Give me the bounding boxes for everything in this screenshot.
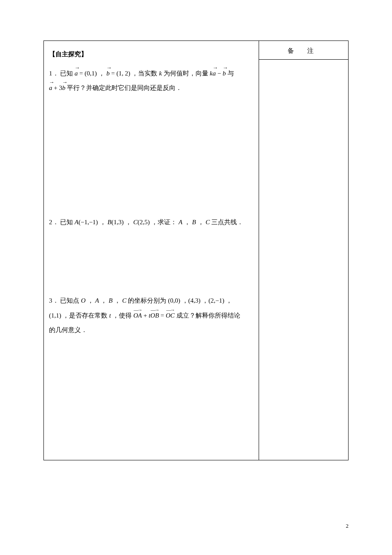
problem-number: 2．: [49, 219, 59, 225]
section-title: 【自主探究】: [49, 47, 252, 62]
sep: ，: [87, 297, 95, 304]
text: + 3: [54, 84, 62, 91]
sep: ，: [114, 297, 122, 304]
notes-column: 备 注: [259, 41, 348, 460]
var-k: k: [159, 70, 162, 77]
vector-b: →b: [62, 81, 66, 95]
var-C: C: [205, 219, 210, 225]
var-B: B: [192, 219, 196, 225]
text: 三点共线．: [211, 219, 243, 225]
var-A: A: [179, 219, 182, 225]
sep: ，: [198, 219, 206, 225]
main-content-column: 【自主探究】 1． 已知 →a = (0,1) ， →b = (1, 2) ，当…: [44, 41, 259, 460]
text: ，使得: [112, 312, 133, 319]
vector-b: →b: [222, 66, 226, 81]
vector-OA: —→OA: [133, 308, 142, 323]
vector-a: →a: [49, 81, 52, 95]
coords: (1,3) ，: [112, 219, 133, 225]
var-C: C: [133, 219, 138, 225]
vector-b: →b: [107, 66, 110, 81]
notes-body: [259, 60, 348, 460]
page-number: 2: [346, 523, 349, 529]
var-B: B: [107, 219, 111, 225]
vector-a: →a: [213, 66, 216, 81]
var-A: A: [75, 219, 78, 225]
vector-a: →a: [75, 66, 78, 81]
var-B: B: [109, 297, 112, 304]
text: 成立？解释你所得结论: [176, 312, 240, 319]
plus: +: [144, 312, 149, 319]
problem-number: 3．: [49, 297, 59, 304]
text: = (0,1) ，: [79, 70, 106, 77]
vector-OC: —→OC: [166, 308, 175, 323]
coords: (2,5) ，求证：: [138, 219, 179, 225]
coords: (1,1) ，是否存在常数: [49, 312, 109, 319]
var-C: C: [122, 297, 127, 304]
text: 为何值时，向量: [164, 70, 210, 77]
sep: ，: [184, 219, 192, 225]
text: 已知: [60, 219, 75, 225]
var-k: k: [210, 70, 213, 77]
problem-2: 2． 已知 A(−1,−1) ， B(1,3) ， C(2,5) ，求证： A …: [49, 215, 252, 230]
text: 已知点: [60, 297, 81, 304]
problem-1: 1． 已知 →a = (0,1) ， →b = (1, 2) ，当实数 k 为何…: [49, 66, 252, 95]
content-table: 【自主探究】 1． 已知 →a = (0,1) ， →b = (1, 2) ，当…: [43, 40, 349, 460]
page-container: 【自主探究】 1． 已知 →a = (0,1) ， →b = (1, 2) ，当…: [0, 0, 392, 555]
var-t: t: [109, 312, 111, 319]
sep: ，: [101, 297, 109, 304]
var-O: O: [81, 297, 86, 304]
notes-header: 备 注: [259, 41, 348, 60]
problem-number: 1．: [49, 70, 59, 77]
var-A: A: [95, 297, 99, 304]
vector-OB: —→OB: [150, 308, 159, 323]
coords: 的坐标分别为 (0,0) ，(4,3) ，(2,−1) ，: [128, 297, 232, 304]
minus: −: [217, 70, 222, 77]
text: = (1, 2) ，当实数: [111, 70, 159, 77]
text: 平行？并确定此时它们是同向还是反向．: [67, 84, 182, 91]
problem-3: 3． 已知点 O ， A ， B ， C 的坐标分别为 (0,0) ，(4,3)…: [49, 293, 252, 338]
coords: (−1,−1) ，: [78, 219, 107, 225]
text: 已知: [60, 70, 75, 77]
text: 与: [228, 70, 234, 77]
text: 的几何意义．: [49, 327, 87, 333]
equals: =: [161, 312, 166, 319]
